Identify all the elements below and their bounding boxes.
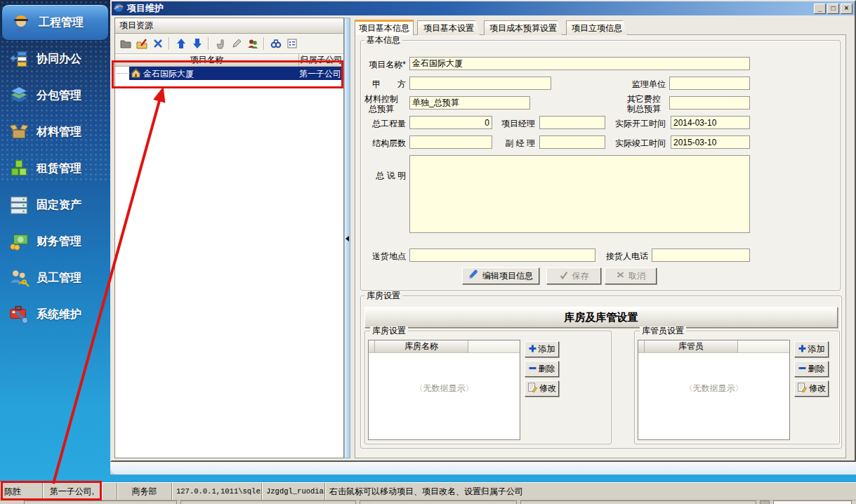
edit-folder-icon[interactable] — [134, 37, 149, 51]
binoculars-search-icon[interactable] — [268, 37, 283, 51]
keeper-table[interactable]: 库管员 〈无数据显示〉 — [638, 340, 790, 440]
actual-start-field[interactable] — [671, 116, 750, 129]
status-bar: 陈胜 第一子公司, 商务部 127.0.0.1,1011\sqlexpr Jzg… — [0, 482, 856, 500]
total-quantity-label: 总工程量 — [357, 119, 406, 128]
bottom-bar-segment — [520, 500, 756, 504]
column-header-project-name[interactable]: 项目名称 — [115, 54, 299, 67]
panel-splitter[interactable] — [344, 18, 350, 458]
sidebar-item-system-maintenance[interactable]: 系统维护 — [0, 296, 110, 333]
delete-x-icon[interactable] — [150, 37, 165, 51]
cancel-button[interactable]: 取消 — [605, 267, 657, 284]
edit-project-button[interactable]: 编辑项目信息 — [462, 267, 539, 284]
toolbar-separator — [263, 37, 265, 50]
minus-icon — [798, 364, 806, 374]
properties-grid-icon[interactable] — [284, 37, 299, 51]
tab-cost-budget-settings[interactable]: 项目成本预算设置 — [484, 20, 562, 35]
keeper-add-button[interactable]: 添加 — [794, 341, 829, 357]
deputy-manager-field[interactable] — [539, 135, 605, 149]
project-manager-field[interactable] — [539, 116, 605, 129]
tree-row-project[interactable]: 金石国际大厦 第一子公司 — [115, 67, 343, 80]
project-manager-label: 项目经理 — [492, 119, 535, 128]
column-header-subsidiary[interactable]: 归属子公司 — [299, 54, 343, 67]
delivery-field[interactable] — [409, 248, 595, 262]
row-indicator-cell — [369, 340, 375, 353]
bottom-bar-segment — [360, 500, 517, 504]
sidebar-item-label: 财务管理 — [37, 234, 81, 249]
project-resource-panel: 项目资源 项目名称 归属子公司 金石国际大厦 第一子公司 — [114, 18, 344, 458]
warehouse-banner: 库房及库管设置 — [364, 307, 838, 328]
edit-project-button-label: 编辑项目信息 — [482, 270, 533, 282]
supervisor-label: 监理单位 — [622, 79, 666, 89]
warehouse-delete-button[interactable]: 删除 — [525, 361, 559, 377]
close-button[interactable]: × — [841, 4, 852, 14]
sidebar-item-fixed-assets[interactable]: 固定资产 — [0, 187, 110, 223]
keeper-delete-button[interactable]: 删除 — [794, 361, 829, 377]
pencil-icon[interactable] — [229, 37, 244, 51]
sidebar-item-subcontract[interactable]: 分包管理 — [0, 77, 110, 114]
sidebar-item-label: 分包管理 — [37, 88, 81, 103]
server-racks-icon — [7, 193, 31, 217]
window-icon — [114, 3, 124, 15]
basic-info-group-label: 基本信息 — [364, 36, 402, 45]
total-quantity-field[interactable] — [409, 116, 492, 129]
maximize-button[interactable]: □ — [827, 4, 839, 14]
warehouse-table[interactable]: 库房名称 〈无数据显示〉 — [368, 340, 520, 440]
material-budget-field[interactable] — [409, 96, 530, 110]
plus-icon — [529, 345, 536, 354]
notepad-pencil-icon — [527, 383, 537, 394]
save-button[interactable]: 保存 — [546, 267, 601, 284]
other-budget-label: 其它费控 制总预算 — [622, 94, 666, 114]
status-subsidiary: 第一子公司, — [42, 483, 101, 500]
add-button-label: 添加 — [539, 343, 555, 355]
actual-finish-field[interactable] — [671, 135, 750, 149]
bottom-bar-segment — [773, 500, 852, 504]
users-icon[interactable] — [245, 37, 260, 51]
house-icon — [131, 68, 141, 81]
open-folder-icon[interactable] — [118, 37, 133, 51]
hand-icon[interactable] — [213, 37, 228, 51]
panel-header: 项目资源 — [115, 18, 343, 34]
application-root: 工程管理 协同办公 分包管理 材料管理 租赁管理 固定资产 财务管理 员工管理 — [0, 0, 856, 504]
sidebar-item-label: 材料管理 — [37, 125, 81, 140]
move-up-icon[interactable] — [173, 37, 188, 51]
warehouse-group-label: 库房设置 — [364, 291, 402, 300]
sidebar-item-leasing[interactable]: 租赁管理 — [0, 150, 110, 187]
toolbar-separator — [208, 37, 209, 50]
tree-toolbar — [115, 34, 343, 54]
keeper-modify-button[interactable]: 修改 — [794, 380, 829, 397]
warehouse-modify-button[interactable]: 修改 — [525, 380, 559, 397]
sidebar-item-label: 协同办公 — [37, 52, 81, 67]
keeper-column-header[interactable]: 库管员 — [645, 340, 738, 353]
warehouse-name-column-header[interactable]: 库房名称 — [375, 340, 468, 353]
collapse-arrow-icon — [345, 236, 349, 241]
structure-floors-field[interactable] — [409, 135, 492, 149]
delete-button-label: 删除 — [539, 363, 555, 375]
project-name-field[interactable] — [409, 57, 750, 70]
sidebar-item-label: 员工管理 — [37, 271, 81, 286]
tab-project-approval-info[interactable]: 项目立项信息 — [566, 20, 628, 35]
header-filler — [468, 340, 520, 353]
other-budget-field[interactable] — [669, 96, 750, 110]
minimize-button[interactable]: _ — [814, 4, 826, 14]
sidebar-item-collab-office[interactable]: 协同办公 — [0, 41, 110, 77]
row-indicator-cell — [638, 340, 645, 353]
supervisor-field[interactable] — [669, 77, 750, 90]
status-department: 商务部 — [117, 483, 171, 500]
receiver-phone-field[interactable] — [652, 248, 750, 262]
tab-basic-info[interactable]: 项目基本信息 — [355, 20, 414, 35]
move-down-icon[interactable] — [190, 37, 204, 51]
structure-floors-label: 结构层数 — [357, 138, 406, 148]
sidebar-item-staff[interactable]: 员工管理 — [0, 260, 110, 296]
sidebar-item-materials[interactable]: 材料管理 — [0, 114, 110, 150]
sidebar-item-engineering[interactable]: 工程管理 — [1, 4, 109, 41]
sidebar-item-finance[interactable]: 财务管理 — [0, 223, 110, 260]
money-icon — [7, 230, 31, 253]
summary-field[interactable] — [409, 155, 750, 233]
status-database: Jzgdgl_ruodian — [261, 483, 324, 500]
party-a-field[interactable] — [409, 77, 551, 90]
plus-icon — [798, 345, 806, 354]
save-button-label: 保存 — [572, 270, 589, 282]
warehouse-add-button[interactable]: 添加 — [525, 341, 559, 357]
deputy-manager-label: 副 经 理 — [492, 138, 535, 148]
tab-basic-settings[interactable]: 项目基本设置 — [417, 20, 480, 35]
